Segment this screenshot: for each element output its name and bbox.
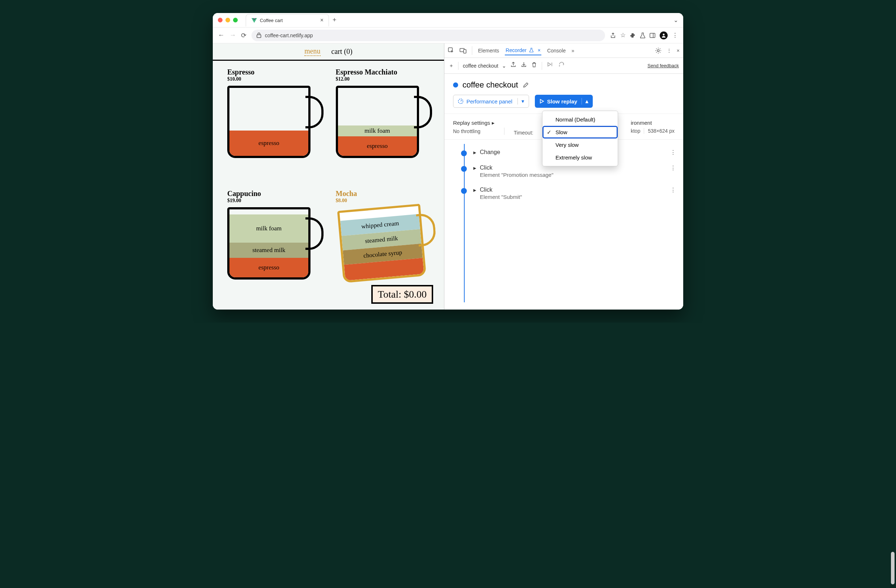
throttle-value: No throttling: [453, 128, 480, 134]
maximize-window-button[interactable]: [233, 18, 238, 23]
tab-elements[interactable]: Elements: [477, 46, 500, 55]
svg-point-7: [657, 50, 659, 52]
svg-rect-0: [257, 35, 261, 38]
expand-step-icon[interactable]: ▸: [473, 149, 476, 156]
expand-step-icon[interactable]: ▸: [473, 187, 476, 193]
minimize-window-button[interactable]: [226, 18, 230, 23]
timeout-label: Timeout:: [514, 130, 533, 135]
export-icon[interactable]: [510, 62, 516, 70]
step-icon[interactable]: [559, 62, 565, 70]
speed-very-slow[interactable]: Very slow: [542, 138, 618, 151]
viewport-dimensions: 538×624 px: [648, 128, 675, 134]
inspect-icon[interactable]: [448, 47, 454, 54]
edit-title-icon[interactable]: [523, 82, 529, 88]
tab-console[interactable]: Console: [546, 46, 566, 55]
tab-close-icon[interactable]: ×: [538, 47, 541, 53]
layer-espresso: espresso: [338, 136, 417, 156]
cup-icon: milk foamespresso: [336, 86, 419, 158]
close-window-button[interactable]: [218, 18, 222, 23]
cup-icon: milk foamsteamed milkespresso: [227, 207, 311, 280]
speed-extremely-slow[interactable]: Extremely slow: [542, 151, 618, 164]
kebab-menu-icon[interactable]: ⋮: [672, 32, 678, 39]
step-title: Change: [480, 149, 500, 155]
expand-step-icon[interactable]: ▸: [473, 164, 476, 172]
item-name: Espresso: [227, 68, 322, 76]
step-menu-icon[interactable]: ⋮: [670, 187, 676, 193]
extensions-icon[interactable]: [630, 33, 636, 38]
reload-button[interactable]: ⟳: [241, 32, 247, 40]
nav-menu[interactable]: menu: [304, 47, 320, 56]
item-price: $8.00: [336, 198, 430, 204]
tab-recorder[interactable]: Recorder ×: [505, 46, 541, 55]
url-text: coffee-cart.netlify.app: [265, 33, 313, 38]
item-price: $19.00: [227, 198, 322, 204]
coffee-item[interactable]: Cappucino$19.00milk foamsteamed milkespr…: [227, 190, 322, 302]
back-button[interactable]: ←: [218, 32, 224, 40]
coffee-item[interactable]: Espresso Macchiato$12.00milk foamespress…: [336, 68, 430, 181]
svg-point-3: [663, 33, 665, 35]
new-tab-button[interactable]: +: [332, 16, 337, 24]
replay-dropdown-icon[interactable]: ▴: [582, 98, 588, 105]
step-title: Click: [480, 187, 522, 193]
replay-settings-toggle[interactable]: Replay settings: [453, 120, 490, 126]
recording-selector[interactable]: coffee checkout ⌄: [463, 63, 506, 69]
tab-title: Coffee cart: [260, 18, 283, 23]
recording-title: coffee checkout: [462, 80, 518, 90]
panel-icon[interactable]: [649, 33, 655, 38]
delete-icon[interactable]: [532, 62, 537, 70]
settings-gear-icon[interactable]: [655, 47, 661, 54]
perf-dropdown-icon[interactable]: ▾: [518, 98, 524, 105]
slow-replay-button[interactable]: Slow replay ▴: [535, 95, 593, 108]
devtools: Elements Recorder × Console » ⋮ × ＋: [444, 43, 683, 310]
cup-handle-icon: [305, 96, 323, 128]
layer-steamed: steamed milk: [229, 243, 308, 258]
cup-icon: espresso: [227, 86, 311, 158]
step-menu-icon[interactable]: ⋮: [670, 149, 676, 156]
performance-panel-button[interactable]: Performance panel ▾: [453, 95, 529, 108]
item-price: $12.00: [336, 76, 430, 82]
step-dot-icon: [461, 188, 467, 194]
recording-step[interactable]: ▸ClickElement "Submit"⋮: [460, 182, 676, 204]
continue-icon[interactable]: [547, 62, 554, 70]
layer-espresso: espresso: [229, 131, 308, 156]
cup-handle-icon: [416, 213, 437, 247]
speed-normal[interactable]: Normal (Default): [542, 113, 618, 126]
coffee-item[interactable]: Espresso$10.00espresso: [227, 68, 322, 181]
share-icon[interactable]: [610, 33, 616, 38]
nav-cart[interactable]: cart (0): [331, 47, 352, 56]
devtools-close-icon[interactable]: ×: [677, 48, 680, 53]
forward-button[interactable]: →: [229, 32, 236, 40]
item-name: Espresso Macchiato: [336, 68, 430, 76]
tabs-overflow-icon[interactable]: ⌄: [674, 17, 678, 23]
recording-status-icon: [453, 82, 458, 88]
tab-close-icon[interactable]: ×: [320, 17, 323, 23]
total-box[interactable]: Total: $0.00: [371, 285, 433, 304]
labs-icon[interactable]: [640, 33, 645, 38]
step-detail: Element "Promotion message": [480, 172, 553, 178]
import-icon[interactable]: [521, 62, 527, 70]
new-recording-button[interactable]: ＋: [449, 62, 454, 69]
step-menu-icon[interactable]: ⋮: [670, 164, 676, 172]
replay-speed-menu: Normal (Default) Slow Very slow Extremel…: [542, 111, 618, 166]
svg-rect-6: [463, 50, 466, 53]
window-controls: [218, 18, 238, 23]
browser-tab[interactable]: Coffee cart ×: [246, 14, 329, 26]
svg-point-8: [559, 65, 560, 66]
layer-milkfoam: milk foam: [229, 214, 308, 243]
bookmark-icon[interactable]: ☆: [620, 32, 626, 39]
cup-handle-icon: [414, 96, 432, 128]
item-name: Mocha: [336, 190, 430, 198]
send-feedback-link[interactable]: Send feedback: [648, 63, 679, 68]
toolbar: ← → ⟳ coffee-cart.netlify.app ☆: [213, 27, 683, 43]
cup-icon: whipped creamsteamed milkchocolate syrup: [337, 204, 426, 283]
speed-slow[interactable]: Slow: [542, 126, 618, 138]
devtools-kebab-icon[interactable]: ⋮: [667, 48, 672, 53]
address-bar[interactable]: coffee-cart.netlify.app: [251, 30, 605, 41]
tabs-more-icon[interactable]: »: [571, 48, 574, 53]
item-name: Cappucino: [227, 190, 322, 198]
vue-favicon-icon: [251, 17, 257, 23]
profile-avatar[interactable]: [660, 32, 667, 40]
item-price: $10.00: [227, 76, 322, 82]
layer-espresso: espresso: [229, 258, 308, 277]
device-toggle-icon[interactable]: [460, 48, 467, 53]
